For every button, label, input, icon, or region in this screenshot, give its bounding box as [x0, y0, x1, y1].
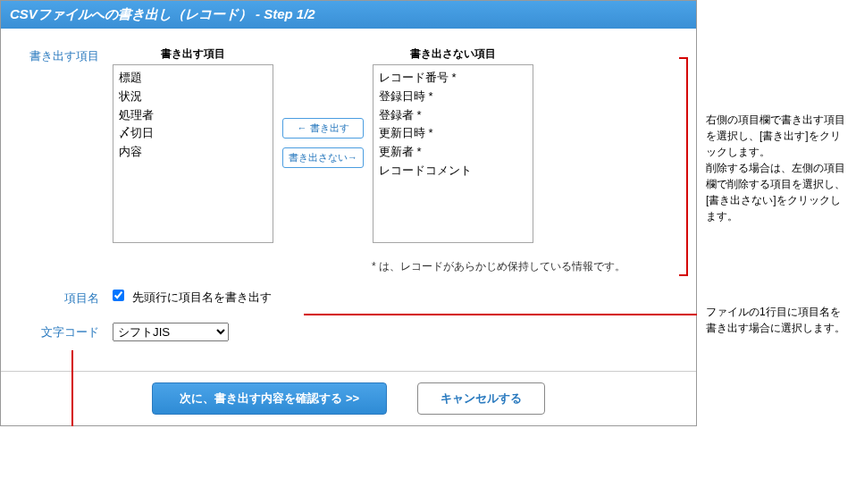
next-button[interactable]: 次に、書き出す内容を確認する >>: [152, 382, 387, 415]
item-name-row: 項目名 先頭行に項目名を書き出す: [23, 289, 674, 307]
header-row-checkbox[interactable]: [113, 290, 124, 301]
include-list-header: 書き出す項目: [113, 46, 273, 62]
export-dialog: CSVファイルへの書き出し（レコード） - Step 1/2 書き出す項目 書き…: [0, 0, 697, 426]
exclude-listbox[interactable]: レコード番号 *登録日時 *登録者 *更新日時 *更新者 *レコードコメント: [373, 64, 533, 243]
list-item[interactable]: 状況: [119, 88, 267, 106]
export-items-row: 書き出す項目 書き出す項目 標題状況処理者〆切日内容 ← 書き出す 書き出さない…: [23, 46, 674, 243]
list-item[interactable]: 登録者 *: [379, 106, 527, 125]
item-name-label: 項目名: [23, 289, 113, 307]
charset-select[interactable]: シフトJIS: [113, 323, 229, 341]
button-bar: 次に、書き出す内容を確認する >> キャンセルする: [1, 371, 696, 425]
list-item[interactable]: 登録日時 *: [379, 88, 527, 106]
list-item[interactable]: 標題: [119, 69, 267, 88]
annotation-text-2: ファイルの1行目に項目名を書き出す場合に選択します。: [706, 304, 849, 336]
dual-listbox: 書き出す項目 標題状況処理者〆切日内容 ← 書き出す 書き出さない→ 書き出さな…: [113, 46, 533, 243]
footnote: * は、レコードがあらかじめ保持している情報です。: [113, 259, 674, 274]
header-row-checkbox-label[interactable]: 先頭行に項目名を書き出す: [113, 290, 272, 306]
annotation-line-3: [71, 350, 73, 426]
dialog-title: CSVファイルへの書き出し（レコード） - Step 1/2: [1, 1, 696, 29]
charset-label: 文字コード: [23, 323, 113, 340]
list-item[interactable]: 更新日時 *: [379, 124, 527, 143]
annotation-line-2: [304, 314, 697, 315]
include-button[interactable]: ← 書き出す: [282, 118, 364, 139]
annotation-bracket-1: [679, 57, 688, 276]
charset-row: 文字コード シフトJIS: [23, 323, 674, 341]
annotation-text-1: 右側の項目欄で書き出す項目を選択し、[書き出す]をクリックします。 削除する場合…: [706, 112, 849, 224]
list-item[interactable]: 内容: [119, 143, 267, 162]
header-row-checkbox-text: 先頭行に項目名を書き出す: [132, 290, 272, 304]
include-listbox[interactable]: 標題状況処理者〆切日内容: [113, 64, 273, 243]
list-item[interactable]: 更新者 *: [379, 143, 527, 162]
list-item[interactable]: 処理者: [119, 106, 267, 125]
exclude-button[interactable]: 書き出さない→: [282, 147, 364, 168]
dialog-body: 書き出す項目 書き出す項目 標題状況処理者〆切日内容 ← 書き出す 書き出さない…: [1, 29, 696, 371]
cancel-button[interactable]: キャンセルする: [417, 382, 545, 415]
list-item[interactable]: 〆切日: [119, 124, 267, 143]
list-item[interactable]: レコード番号 *: [379, 69, 527, 88]
exclude-list-header: 書き出さない項目: [373, 46, 533, 62]
list-item[interactable]: レコードコメント: [379, 162, 527, 181]
export-items-label: 書き出す項目: [23, 46, 113, 64]
